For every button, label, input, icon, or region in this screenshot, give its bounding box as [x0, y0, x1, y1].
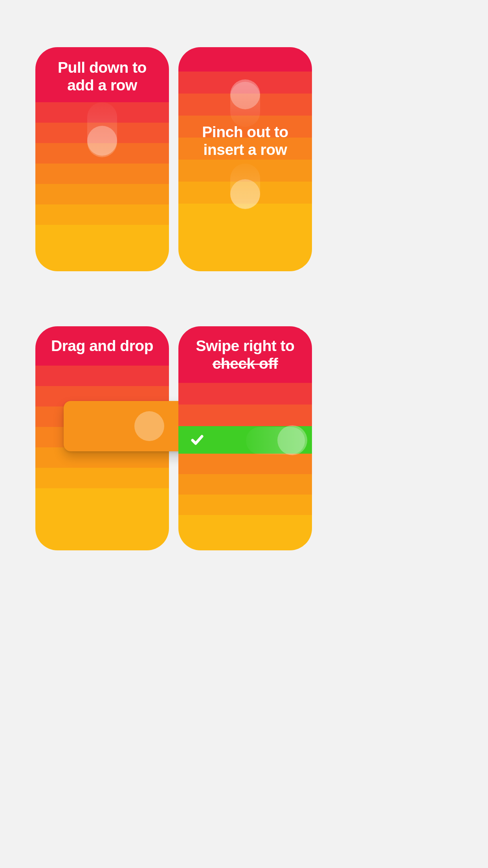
gesture-card-drag-drop: Drag and drop [35, 326, 169, 550]
list-row [178, 454, 312, 474]
list-row [178, 405, 312, 426]
list-row [35, 102, 169, 123]
list-row [35, 123, 169, 143]
list-row [178, 474, 312, 495]
dragged-row[interactable] [64, 401, 197, 451]
list-row [35, 468, 169, 488]
completed-row[interactable] [178, 426, 312, 454]
title-line-strikethrough: check off [213, 355, 278, 372]
header-row [178, 47, 312, 72]
list-row [35, 366, 169, 386]
title-line: Pull down to [58, 59, 147, 76]
title-line: insert a row [204, 141, 287, 158]
list-row [35, 204, 169, 225]
card-title: Pinch out to insert a row [178, 123, 312, 159]
row-stack [178, 47, 312, 271]
list-row [35, 184, 169, 204]
card-title: Pull down to add a row [35, 59, 169, 94]
list-row [178, 515, 312, 550]
gesture-card-pull-down: Pull down to add a row [35, 47, 169, 271]
checkmark-icon [189, 432, 205, 448]
list-row [35, 488, 169, 550]
list-row [178, 94, 312, 116]
list-row [35, 143, 169, 164]
list-row [178, 383, 312, 405]
list-row [178, 72, 312, 94]
list-row [178, 160, 312, 182]
list-row [178, 204, 312, 271]
card-title: Drag and drop [35, 337, 169, 355]
gesture-card-swipe-right: Swipe right to check off [178, 326, 312, 550]
gesture-card-pinch-out: Pinch out to insert a row [178, 47, 312, 271]
list-row [35, 164, 169, 184]
list-row [35, 225, 169, 271]
list-row [178, 182, 312, 204]
card-title: Swipe right to check off [178, 337, 312, 373]
title-line: Pinch out to [202, 123, 288, 140]
title-line: add a row [67, 77, 137, 94]
list-row [178, 495, 312, 515]
title-line: Swipe right to [196, 337, 295, 354]
title-line: Drag and drop [51, 337, 153, 354]
touch-indicator-icon [134, 411, 164, 441]
